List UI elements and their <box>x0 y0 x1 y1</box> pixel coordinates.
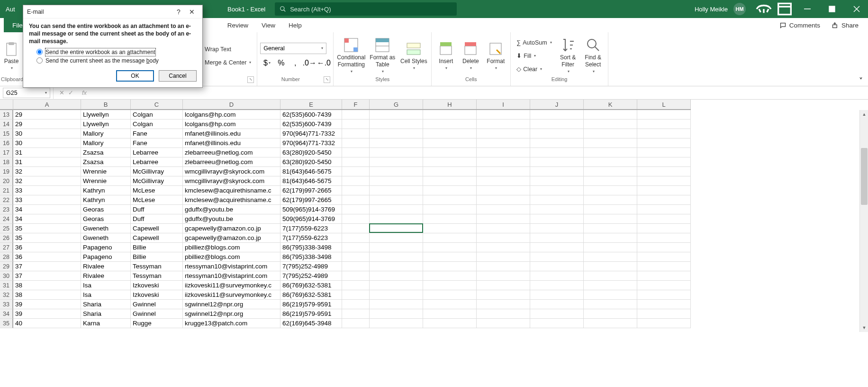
cell[interactable] <box>477 205 530 214</box>
cell[interactable] <box>637 129 691 138</box>
cell[interactable]: Kathryn <box>81 186 131 195</box>
row-header[interactable]: 25 <box>0 224 13 233</box>
cell[interactable]: 31 <box>13 157 81 167</box>
cell[interactable]: 62(169)645-3948 <box>280 319 342 328</box>
cell[interactable]: Llywellyn <box>81 110 131 120</box>
cell[interactable]: wmcgillivrayv@skyrock.com <box>183 167 280 176</box>
row-header[interactable]: 31 <box>0 281 13 290</box>
row-header[interactable]: 15 <box>0 129 13 138</box>
cell[interactable] <box>530 129 584 138</box>
cell[interactable] <box>637 319 691 328</box>
cell[interactable] <box>637 120 691 129</box>
cell[interactable] <box>477 186 530 195</box>
cell[interactable] <box>530 309 584 319</box>
cell[interactable] <box>342 309 370 319</box>
cell[interactable] <box>477 167 530 176</box>
cell[interactable] <box>530 120 584 129</box>
cell[interactable] <box>637 309 691 319</box>
radio-body[interactable] <box>36 57 43 64</box>
cell[interactable] <box>370 262 423 271</box>
enter-formula-icon[interactable]: ✓ <box>68 89 73 96</box>
cell[interactable]: iizkoveski11@surveymonkey.c <box>183 290 280 300</box>
cell[interactable] <box>584 138 637 148</box>
ribbon-mode-icon[interactable] <box>775 0 794 18</box>
row-header[interactable]: 23 <box>0 205 13 214</box>
cell[interactable]: Capewell <box>131 224 183 233</box>
cell[interactable] <box>342 195 370 205</box>
cell[interactable]: 63(280)920-5450 <box>280 148 342 157</box>
cell[interactable] <box>530 224 584 233</box>
option-body[interactable]: Send the current sheet as the message bo… <box>36 57 197 64</box>
cell[interactable] <box>584 281 637 290</box>
cell[interactable] <box>584 176 637 186</box>
cell[interactable] <box>342 214 370 224</box>
cell[interactable] <box>637 262 691 271</box>
cell[interactable] <box>637 214 691 224</box>
cell[interactable] <box>584 262 637 271</box>
select-all-corner[interactable] <box>0 100 13 110</box>
alignment-launcher[interactable]: ⤡ <box>247 76 254 83</box>
cell[interactable]: 40 <box>13 319 81 328</box>
comments-button[interactable]: Comments <box>774 18 826 32</box>
cell[interactable]: 33 <box>13 186 81 195</box>
cell[interactable]: 7(177)559-6223 <box>280 233 342 243</box>
cell[interactable] <box>370 290 423 300</box>
cell[interactable]: Georas <box>81 205 131 214</box>
cell[interactable] <box>342 243 370 252</box>
grid-cells[interactable]: 29LlywellynColganlcolgans@hp.com62(535)6… <box>13 110 691 328</box>
tab-review[interactable]: Review <box>221 18 255 32</box>
cell[interactable]: Sharia <box>81 300 131 309</box>
cell[interactable]: Isa <box>81 281 131 290</box>
cell[interactable] <box>637 205 691 214</box>
row-header[interactable]: 29 <box>0 262 13 271</box>
cell[interactable] <box>584 214 637 224</box>
cell[interactable]: 62(535)600-7439 <box>280 110 342 120</box>
cell[interactable] <box>342 129 370 138</box>
cell[interactable] <box>370 138 423 148</box>
cell[interactable]: rtessyman10@vistaprint.com <box>183 262 280 271</box>
cell[interactable] <box>530 290 584 300</box>
cell[interactable]: 32 <box>13 167 81 176</box>
comma-icon[interactable]: , <box>289 57 302 69</box>
increase-decimal-icon[interactable]: .0→ <box>303 57 316 69</box>
cell[interactable]: 36 <box>13 243 81 252</box>
cell[interactable]: 509(965)914-3769 <box>280 214 342 224</box>
cell[interactable] <box>637 271 691 281</box>
cell[interactable] <box>530 243 584 252</box>
cell[interactable] <box>530 110 584 120</box>
cell[interactable] <box>370 186 423 195</box>
cell[interactable] <box>584 129 637 138</box>
cell[interactable]: Wrennie <box>81 176 131 186</box>
cell[interactable] <box>530 252 584 262</box>
cell[interactable] <box>370 214 423 224</box>
avatar[interactable]: HM <box>733 3 746 15</box>
cell[interactable] <box>584 110 637 120</box>
row-header[interactable]: 28 <box>0 252 13 262</box>
clear-button[interactable]: ◇ Clear▾ <box>514 63 554 75</box>
cell[interactable] <box>370 300 423 309</box>
cell[interactable] <box>342 262 370 271</box>
cell[interactable] <box>423 271 477 281</box>
cell[interactable] <box>423 281 477 290</box>
cell[interactable] <box>477 110 530 120</box>
cell[interactable] <box>423 186 477 195</box>
cell[interactable]: 86(795)338-3498 <box>280 243 342 252</box>
col-header[interactable]: H <box>423 100 477 109</box>
row-header[interactable]: 32 <box>0 290 13 300</box>
cell[interactable]: Capewell <box>131 233 183 243</box>
cell[interactable] <box>423 243 477 252</box>
row-header[interactable]: 14 <box>0 120 13 129</box>
cell[interactable]: 31 <box>13 148 81 157</box>
option-attachment[interactable]: Send the entire workbook as an attachmen… <box>36 48 197 56</box>
col-header[interactable]: F <box>342 100 370 109</box>
cell[interactable] <box>423 195 477 205</box>
cell[interactable]: 86(219)579-9591 <box>280 309 342 319</box>
cell[interactable] <box>342 233 370 243</box>
cell[interactable]: Isa <box>81 290 131 300</box>
cell[interactable]: 81(643)646-5675 <box>280 176 342 186</box>
cell[interactable] <box>423 319 477 328</box>
cell[interactable] <box>530 271 584 281</box>
cell[interactable] <box>342 271 370 281</box>
cell[interactable]: 33 <box>13 195 81 205</box>
cell[interactable] <box>342 300 370 309</box>
